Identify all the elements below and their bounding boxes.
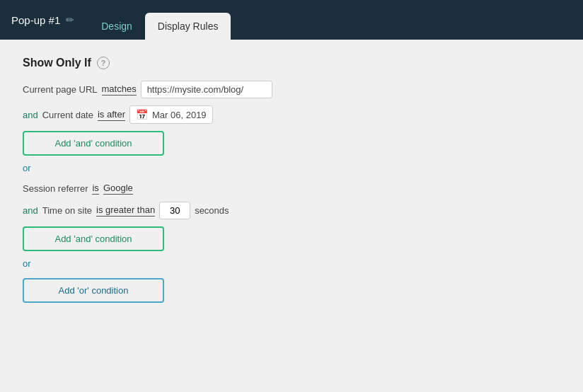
condition-row-2: and Current date is after 📅 Mar 06, 2019 [23, 105, 560, 124]
and-label-1: and [23, 110, 38, 120]
value-dropdown-3[interactable]: Google [103, 183, 133, 195]
main-content: Show Only If ? Current page URL matches … [0, 40, 583, 392]
help-icon[interactable]: ? [97, 57, 110, 69]
field-label-1: Current page URL [23, 84, 98, 95]
date-input-1[interactable]: 📅 Mar 06, 2019 [129, 105, 213, 124]
tab-design[interactable]: Design [88, 13, 145, 40]
field-label-3: Session referrer [23, 183, 88, 194]
add-or-condition-btn[interactable]: Add 'or' condition [23, 278, 164, 303]
operator-dropdown-2[interactable]: is after [98, 109, 125, 121]
operator-dropdown-1[interactable]: matches [102, 83, 137, 96]
and-label-2: and [23, 205, 38, 216]
or-label-2[interactable]: or [23, 258, 31, 269]
or-separator-1: or [23, 161, 560, 174]
section-title: Show Only If ? [23, 57, 560, 69]
condition-group-2: Session referrer is Google and Time on s… [23, 183, 560, 251]
or-separator-2: or [23, 257, 560, 270]
field-label-4: Time on site [42, 205, 92, 216]
number-input-1[interactable] [159, 202, 190, 219]
tabs: Design Display Rules [88, 0, 231, 40]
calendar-icon: 📅 [136, 109, 148, 120]
app-window: Pop-up #1 ✏ Design Display Rules Show On… [0, 0, 583, 392]
operator-dropdown-4[interactable]: is greater than [96, 204, 155, 217]
condition-row-4: and Time on site is greater than seconds [23, 202, 560, 219]
url-input-1[interactable] [141, 81, 272, 98]
field-label-2: Current date [42, 110, 93, 120]
or-label-1[interactable]: or [23, 163, 31, 173]
popup-title: Pop-up #1 [11, 14, 60, 26]
condition-row-3: Session referrer is Google [23, 183, 560, 195]
add-and-condition-btn-1[interactable]: Add 'and' condition [23, 131, 164, 156]
operator-dropdown-3[interactable]: is [92, 183, 98, 195]
unit-label-1: seconds [195, 205, 229, 216]
header: Pop-up #1 ✏ Design Display Rules [0, 0, 583, 40]
condition-row-1: Current page URL matches [23, 81, 560, 98]
add-and-condition-btn-2[interactable]: Add 'and' condition [23, 226, 164, 251]
edit-icon[interactable]: ✏ [66, 14, 74, 25]
tab-display-rules[interactable]: Display Rules [145, 13, 231, 40]
date-value-1: Mar 06, 2019 [152, 110, 207, 120]
condition-group-1: Current page URL matches and Current dat… [23, 81, 560, 156]
